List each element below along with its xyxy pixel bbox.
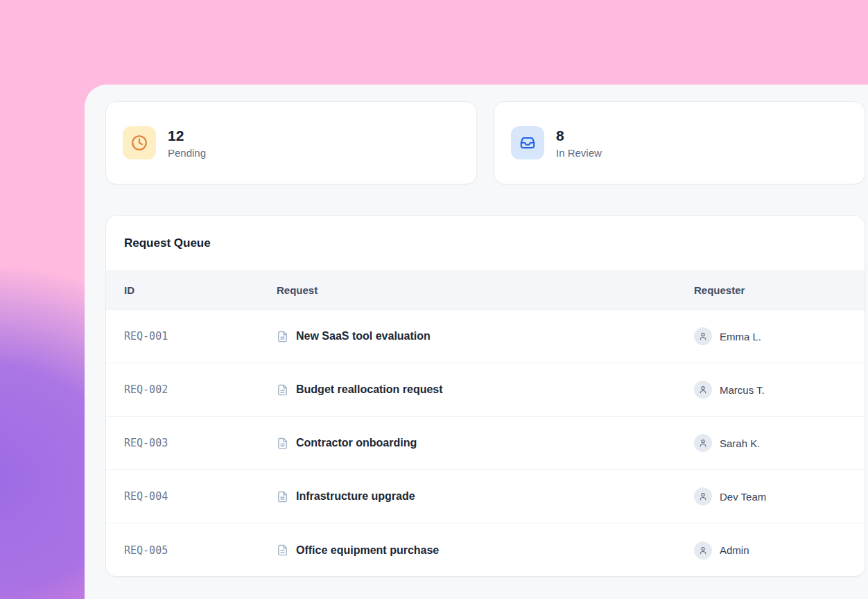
table-row[interactable]: REQ-002 Budget reallocation request Marc…: [106, 363, 865, 417]
request-cell: Budget reallocation request: [277, 383, 694, 396]
clock-icon: [130, 134, 148, 152]
request-title: Budget reallocation request: [296, 383, 443, 396]
request-title: New SaaS tool evaluation: [296, 330, 431, 342]
request-id: REQ-001: [124, 330, 277, 342]
table-row[interactable]: REQ-005 Office equipment purchase Admin: [106, 523, 865, 577]
avatar: [694, 381, 712, 399]
stat-value-pending: 12: [168, 127, 206, 144]
avatar: [694, 434, 712, 452]
column-header-requester: Requester: [694, 284, 865, 296]
request-queue-card: Request Queue ID Request Requester REQ-0…: [105, 215, 865, 577]
requester-name: Emma L.: [720, 331, 761, 342]
requester-cell: Marcus T.: [694, 381, 865, 399]
stat-iconbox-in-review: [511, 126, 544, 159]
stat-label-in-review: In Review: [556, 147, 602, 159]
request-id: REQ-002: [124, 383, 277, 396]
avatar: [694, 487, 712, 505]
table-body: REQ-001 New SaaS tool evaluation Emma L.: [106, 310, 865, 577]
stat-card-pending: 12 Pending: [105, 101, 477, 184]
stat-text-in-review: 8 In Review: [556, 127, 602, 158]
stat-text-pending: 12 Pending: [168, 127, 206, 158]
document-icon: [277, 544, 288, 556]
request-id: REQ-004: [124, 490, 277, 503]
stat-label-pending: Pending: [168, 147, 206, 159]
request-title: Infrastructure upgrade: [296, 490, 415, 503]
table-row[interactable]: REQ-001 New SaaS tool evaluation Emma L.: [106, 310, 865, 363]
main-panel: 12 Pending 8 In Review Request Queue: [85, 85, 868, 599]
requester-cell: Emma L.: [694, 327, 865, 345]
stats-row: 12 Pending 8 In Review: [105, 101, 865, 184]
requester-name: Sarah K.: [720, 437, 760, 449]
request-cell: Contractor onboarding: [277, 437, 694, 449]
stat-card-in-review: 8 In Review: [494, 101, 865, 184]
request-cell: Infrastructure upgrade: [277, 490, 694, 503]
request-cell: Office equipment purchase: [277, 544, 694, 557]
requester-cell: Sarah K.: [694, 434, 865, 452]
column-header-id: ID: [124, 284, 277, 296]
requester-name: Admin: [720, 544, 749, 556]
table-row[interactable]: REQ-003 Contractor onboarding Sarah K.: [106, 417, 865, 470]
request-cell: New SaaS tool evaluation: [277, 330, 694, 342]
request-title: Office equipment purchase: [296, 544, 439, 557]
request-title: Contractor onboarding: [296, 437, 417, 449]
requester-cell: Dev Team: [694, 487, 865, 505]
request-id: REQ-005: [124, 544, 277, 557]
avatar: [694, 541, 712, 559]
requester-cell: Admin: [694, 541, 865, 559]
requester-name: Marcus T.: [720, 384, 765, 396]
request-id: REQ-003: [124, 437, 277, 449]
avatar: [694, 327, 712, 345]
column-header-request: Request: [277, 284, 694, 296]
table-title: Request Queue: [124, 236, 211, 250]
document-icon: [277, 384, 288, 396]
inbox-icon: [519, 134, 537, 152]
table-row[interactable]: REQ-004 Infrastructure upgrade Dev Team: [106, 470, 865, 523]
stat-iconbox-pending: [123, 126, 156, 159]
stat-value-in-review: 8: [556, 127, 602, 144]
document-icon: [277, 437, 288, 449]
document-icon: [277, 331, 288, 342]
document-icon: [277, 491, 288, 503]
requester-name: Dev Team: [720, 491, 766, 503]
column-header-row: ID Request Requester: [106, 271, 865, 310]
table-title-bar: Request Queue: [106, 216, 865, 271]
